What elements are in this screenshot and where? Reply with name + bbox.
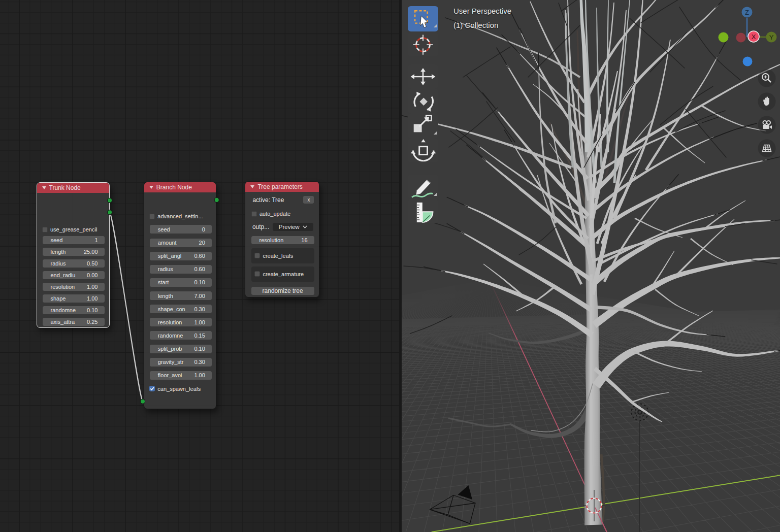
svg-text:Y: Y (769, 34, 774, 41)
svg-text:Z: Z (745, 9, 749, 16)
svg-text:X: X (752, 33, 756, 41)
